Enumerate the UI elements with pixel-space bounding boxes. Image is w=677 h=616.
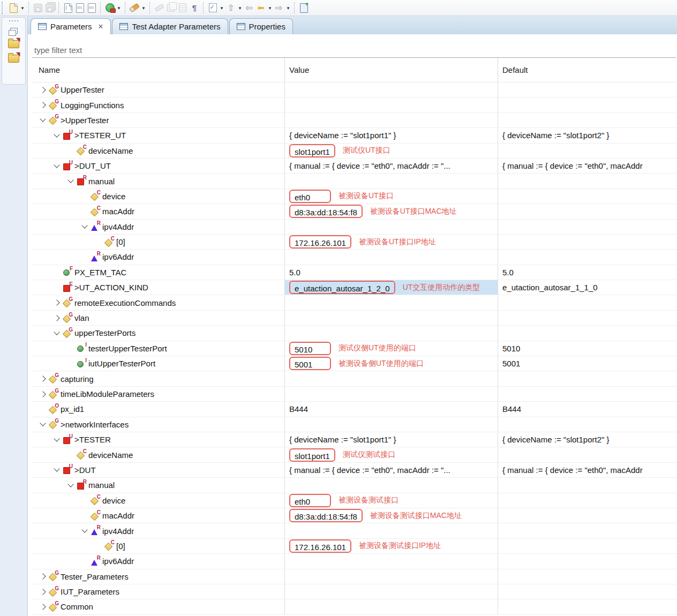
paintbrush-icon[interactable] [129,2,140,14]
param-value-cell[interactable]: 172.16.26.101被测设备测试接口IP地址 [284,539,498,553]
column-header-value[interactable]: Value [284,58,498,82]
expand-chevron[interactable] [39,390,48,398]
param-value-cell[interactable] [284,295,498,310]
param-value-cell[interactable] [284,311,498,325]
table-row[interactable]: GLoggingFunctions [32,97,677,112]
drag-handle[interactable] [9,20,18,21]
param-name-cell[interactable]: Gvlan [32,311,284,325]
param-value-cell[interactable] [284,250,498,264]
back-history-icon[interactable]: ⬅ [255,2,267,14]
open-module-folder-icon[interactable] [8,40,19,48]
table-row[interactable]: G>networkInterfaces [32,417,677,432]
param-value-cell[interactable]: 5010测试仪侧UT使用的端口 [284,341,498,356]
param-name-cell[interactable]: Ripv4Addr [32,220,284,234]
run-icon[interactable] [104,2,116,14]
param-name-cell[interactable]: U>DUT [32,463,284,477]
filter-input[interactable] [32,43,676,58]
param-name-cell[interactable]: Rmanual [32,478,284,492]
expand-chevron[interactable] [39,603,48,611]
table-row[interactable]: Ripv6Addr [32,250,677,265]
param-value-cell[interactable] [284,554,498,568]
toolbar-drag-handle[interactable] [2,2,5,14]
param-value-cell[interactable]: 5.0 [284,265,498,280]
param-name-cell[interactable]: GupperTesterPorts [32,326,284,340]
param-name-cell[interactable]: Rmanual [32,174,284,188]
restore-view-icon[interactable] [10,28,18,34]
expand-chevron[interactable] [66,482,76,489]
pilcrow-icon[interactable]: ¶ [189,2,200,14]
table-row[interactable]: ItesterUpperTesterPort5010测试仪侧UT使用的端口501… [32,341,677,356]
param-name-cell[interactable]: Cdevice [32,189,284,204]
param-name-cell[interactable]: G>UpperTester [32,113,284,127]
param-name-cell[interactable]: Ripv4Addr [32,523,284,538]
param-name-cell[interactable]: U>TESTER [32,432,284,447]
tab-parameters[interactable]: Parameters✕ [31,18,111,34]
expand-chevron[interactable] [39,86,48,94]
param-value-cell[interactable]: slot1port1测试仪UT接口 [284,144,498,158]
param-value-cell[interactable] [284,97,498,112]
expand-chevron[interactable] [52,466,62,474]
param-value-cell[interactable]: slot1port1测试仪测试接口 [284,447,498,462]
table-row[interactable]: Ripv6Addr [32,554,677,569]
expand-chevron[interactable] [39,375,48,382]
param-value-cell[interactable]: d8:3a:dd:18:54:f8被测设备测试接口MAC地址 [284,508,498,523]
param-value-cell[interactable]: { deviceName := "slot1port1" } [284,432,498,447]
checked-page-dropdown[interactable]: ▾ [219,2,225,14]
param-name-cell[interactable]: IiutUpperTesterPort [32,356,284,371]
expand-chevron[interactable] [52,314,62,322]
new-wizard-dropdown[interactable]: ▾ [19,2,26,14]
table-row[interactable]: CdeviceNameslot1port1测试仪UT接口 [32,144,677,159]
param-name-cell[interactable]: Cdevice [32,493,284,508]
linked-pages-icon[interactable] [165,2,177,14]
table-row[interactable]: C[0]172.16.26.101被测设备测试接口IP地址 [32,539,677,554]
param-value-cell[interactable] [284,584,498,599]
table-row[interactable]: GupperTesterPorts [32,326,677,341]
param-value-cell[interactable]: { manual := { device := "eth0", macAddr … [284,463,498,477]
param-name-cell[interactable]: GremoteExecutionCommands [32,295,284,310]
param-name-cell[interactable]: CdeviceName [32,447,284,462]
param-name-cell[interactable]: Gcapturing [32,371,284,386]
table-row[interactable]: GIUT_Parameters [32,584,677,599]
param-value-cell[interactable] [284,113,498,127]
param-name-cell[interactable]: ItesterUpperTesterPort [32,341,284,356]
pencil-icon[interactable] [153,2,165,14]
param-name-cell[interactable]: G>networkInterfaces [32,417,284,432]
table-row[interactable]: Gcapturing [32,371,677,386]
table-row[interactable]: U>DUT{ manual := { device := "eth0", mac… [32,463,677,478]
table-row[interactable]: CmacAddrd8:3a:dd:18:54:f8被测设备UT接口MAC地址 [32,204,677,219]
table-row[interactable]: Cdeviceeth0被测设备UT接口 [32,189,677,204]
last-edit-location-icon[interactable] [298,2,310,14]
table-row[interactable]: GTester_Parameters [32,569,677,584]
expand-chevron[interactable] [52,436,62,444]
forward-arrow-icon[interactable]: ⇨ [273,2,285,14]
param-name-cell[interactable]: GUpperTester [32,82,284,97]
param-value-cell[interactable] [284,326,498,340]
table-row[interactable]: CdeviceNameslot1port1测试仪测试接口 [32,447,677,462]
param-value-cell[interactable] [284,220,498,234]
table-row[interactable]: GremoteExecutionCommands [32,295,677,310]
param-value-cell[interactable]: eth0被测设备测试接口 [284,493,498,508]
close-icon[interactable]: ✕ [98,22,104,31]
table-row[interactable]: Rmanual [32,174,677,189]
param-value-cell[interactable] [284,599,498,614]
table-row[interactable]: IiutUpperTesterPort5001被测设备侧UT使用的端口5001 [32,356,677,371]
param-value-cell[interactable] [284,523,498,538]
param-name-cell[interactable]: GCommon [32,599,284,614]
param-value-cell[interactable] [284,174,498,188]
build-ttcn-icon[interactable]: 101 [74,2,86,14]
column-header-default[interactable]: Default [498,58,677,82]
back-arrow-icon[interactable]: ⇦ [243,2,255,14]
param-value-cell[interactable]: B444 [284,402,498,416]
param-value-cell[interactable]: { manual := { device := "eth0", macAddr … [284,159,498,173]
tab-test-adapter-parameters[interactable]: Test Adapter Parameters [112,18,228,34]
param-name-cell[interactable]: FPX_ETM_TAC [32,265,284,280]
up-arrow-dropdown[interactable]: ▾ [237,2,243,14]
table-row[interactable]: C[0]172.16.26.101被测设备UT接口IP地址 [32,235,677,250]
expand-chevron[interactable] [80,527,90,535]
param-name-cell[interactable]: C[0] [32,539,284,553]
report-icon[interactable] [177,2,189,14]
param-value-cell[interactable] [284,82,498,97]
expand-chevron[interactable] [80,223,90,230]
param-value-cell[interactable]: d8:3a:dd:18:54:f8被测设备UT接口MAC地址 [284,204,498,219]
expand-chevron[interactable] [52,329,62,337]
